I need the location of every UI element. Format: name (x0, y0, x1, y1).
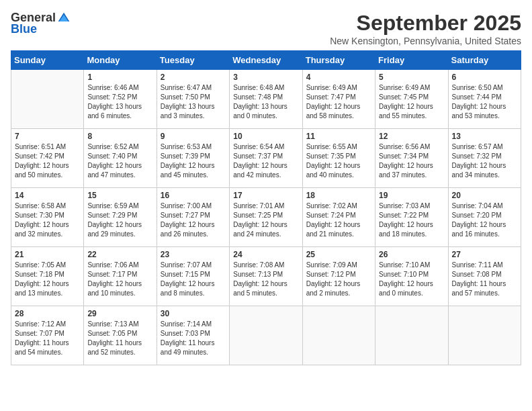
day-info: Sunrise: 7:03 AMSunset: 7:22 PMDaylight:… (379, 201, 444, 239)
header-day-monday: Monday (84, 51, 157, 70)
day-number: 28 (15, 309, 80, 318)
day-number: 11 (306, 132, 371, 141)
day-info: Sunrise: 7:04 AMSunset: 7:20 PMDaylight:… (452, 201, 517, 239)
day-number: 9 (161, 132, 226, 141)
header-day-friday: Friday (375, 51, 448, 70)
day-info: Sunrise: 7:10 AMSunset: 7:10 PMDaylight:… (379, 261, 444, 298)
day-info: Sunrise: 6:51 AMSunset: 7:42 PMDaylight:… (15, 142, 80, 180)
header-day-thursday: Thursday (302, 51, 375, 70)
day-number: 22 (87, 250, 152, 259)
day-info: Sunrise: 7:11 AMSunset: 7:08 PMDaylight:… (452, 261, 517, 298)
calendar-cell: 23Sunrise: 7:07 AMSunset: 7:15 PMDayligh… (157, 247, 229, 306)
day-number: 14 (15, 191, 80, 200)
calendar-cell: 6Sunrise: 6:50 AMSunset: 7:44 PMDaylight… (448, 70, 521, 129)
header-day-sunday: Sunday (11, 51, 84, 70)
calendar-cell: 29Sunrise: 7:13 AMSunset: 7:05 PMDayligh… (84, 306, 157, 365)
day-number: 16 (161, 191, 226, 200)
day-number: 1 (87, 73, 152, 82)
calendar-week-2: 14Sunrise: 6:58 AMSunset: 7:30 PMDayligh… (11, 188, 521, 247)
day-number: 4 (306, 73, 371, 82)
logo: General Blue (11, 11, 71, 36)
calendar-cell: 20Sunrise: 7:04 AMSunset: 7:20 PMDayligh… (448, 188, 521, 247)
day-info: Sunrise: 7:05 AMSunset: 7:18 PMDaylight:… (15, 261, 80, 298)
day-info: Sunrise: 7:06 AMSunset: 7:17 PMDaylight:… (87, 261, 152, 298)
day-info: Sunrise: 6:46 AMSunset: 7:52 PMDaylight:… (87, 83, 152, 121)
day-info: Sunrise: 6:49 AMSunset: 7:47 PMDaylight:… (306, 83, 371, 121)
day-number: 5 (379, 73, 444, 82)
calendar-cell: 26Sunrise: 7:10 AMSunset: 7:10 PMDayligh… (375, 247, 448, 306)
calendar-cell: 7Sunrise: 6:51 AMSunset: 7:42 PMDaylight… (11, 129, 84, 188)
calendar-week-1: 7Sunrise: 6:51 AMSunset: 7:42 PMDaylight… (11, 129, 521, 188)
day-info: Sunrise: 6:56 AMSunset: 7:34 PMDaylight:… (379, 142, 444, 180)
day-number: 3 (233, 73, 298, 82)
calendar-table: SundayMondayTuesdayWednesdayThursdayFrid… (11, 50, 521, 365)
day-info: Sunrise: 6:50 AMSunset: 7:44 PMDaylight:… (452, 83, 517, 121)
day-number: 15 (87, 191, 152, 200)
day-info: Sunrise: 7:08 AMSunset: 7:13 PMDaylight:… (233, 261, 298, 298)
calendar-cell: 3Sunrise: 6:48 AMSunset: 7:48 PMDaylight… (230, 70, 302, 129)
header-day-saturday: Saturday (448, 51, 521, 70)
month-title: September 2025 (330, 11, 521, 36)
day-number: 8 (87, 132, 152, 141)
day-number: 2 (161, 73, 226, 82)
title-area: September 2025 New Kensington, Pennsylva… (330, 11, 521, 46)
calendar-cell: 24Sunrise: 7:08 AMSunset: 7:13 PMDayligh… (230, 247, 302, 306)
day-info: Sunrise: 6:52 AMSunset: 7:40 PMDaylight:… (87, 142, 152, 180)
calendar-cell: 25Sunrise: 7:09 AMSunset: 7:12 PMDayligh… (302, 247, 375, 306)
calendar-cell: 30Sunrise: 7:14 AMSunset: 7:03 PMDayligh… (157, 306, 229, 365)
day-number: 10 (233, 132, 298, 141)
calendar-cell: 17Sunrise: 7:01 AMSunset: 7:25 PMDayligh… (230, 188, 302, 247)
day-info: Sunrise: 6:48 AMSunset: 7:48 PMDaylight:… (233, 83, 298, 121)
day-info: Sunrise: 6:47 AMSunset: 7:50 PMDaylight:… (161, 83, 226, 121)
day-info: Sunrise: 7:01 AMSunset: 7:25 PMDaylight:… (233, 201, 298, 239)
calendar-cell: 2Sunrise: 6:47 AMSunset: 7:50 PMDaylight… (157, 70, 229, 129)
calendar-cell: 27Sunrise: 7:11 AMSunset: 7:08 PMDayligh… (448, 247, 521, 306)
day-number: 26 (379, 250, 444, 259)
calendar-cell: 19Sunrise: 7:03 AMSunset: 7:22 PMDayligh… (375, 188, 448, 247)
day-info: Sunrise: 6:57 AMSunset: 7:32 PMDaylight:… (452, 142, 517, 180)
calendar-cell (11, 70, 84, 129)
calendar-cell: 15Sunrise: 6:59 AMSunset: 7:29 PMDayligh… (84, 188, 157, 247)
calendar-cell: 9Sunrise: 6:53 AMSunset: 7:39 PMDaylight… (157, 129, 229, 188)
day-number: 6 (452, 73, 517, 82)
calendar-week-0: 1Sunrise: 6:46 AMSunset: 7:52 PMDaylight… (11, 70, 521, 129)
header-day-wednesday: Wednesday (230, 51, 302, 70)
logo-blue: Blue (11, 22, 37, 36)
day-number: 20 (452, 191, 517, 200)
calendar-cell: 8Sunrise: 6:52 AMSunset: 7:40 PMDaylight… (84, 129, 157, 188)
day-info: Sunrise: 7:02 AMSunset: 7:24 PMDaylight:… (306, 201, 371, 239)
calendar-week-3: 21Sunrise: 7:05 AMSunset: 7:18 PMDayligh… (11, 247, 521, 306)
day-number: 30 (161, 309, 226, 318)
day-info: Sunrise: 6:59 AMSunset: 7:29 PMDaylight:… (87, 201, 152, 239)
calendar-cell (302, 306, 375, 365)
day-number: 19 (379, 191, 444, 200)
day-number: 7 (15, 132, 80, 141)
day-number: 23 (161, 250, 226, 259)
calendar-cell: 18Sunrise: 7:02 AMSunset: 7:24 PMDayligh… (302, 188, 375, 247)
day-info: Sunrise: 6:53 AMSunset: 7:39 PMDaylight:… (161, 142, 226, 180)
day-number: 18 (306, 191, 371, 200)
calendar-cell (375, 306, 448, 365)
calendar-cell: 21Sunrise: 7:05 AMSunset: 7:18 PMDayligh… (11, 247, 84, 306)
page-header: General Blue September 2025 New Kensingt… (11, 11, 521, 46)
calendar-cell: 11Sunrise: 6:55 AMSunset: 7:35 PMDayligh… (302, 129, 375, 188)
day-info: Sunrise: 6:55 AMSunset: 7:35 PMDaylight:… (306, 142, 371, 180)
day-info: Sunrise: 6:49 AMSunset: 7:45 PMDaylight:… (379, 83, 444, 121)
calendar-header-row: SundayMondayTuesdayWednesdayThursdayFrid… (11, 51, 521, 70)
day-info: Sunrise: 7:00 AMSunset: 7:27 PMDaylight:… (161, 201, 226, 239)
day-info: Sunrise: 6:54 AMSunset: 7:37 PMDaylight:… (233, 142, 298, 180)
day-info: Sunrise: 6:58 AMSunset: 7:30 PMDaylight:… (15, 201, 80, 239)
day-number: 17 (233, 191, 298, 200)
calendar-cell: 1Sunrise: 6:46 AMSunset: 7:52 PMDaylight… (84, 70, 157, 129)
day-number: 24 (233, 250, 298, 259)
calendar-cell: 22Sunrise: 7:06 AMSunset: 7:17 PMDayligh… (84, 247, 157, 306)
calendar-cell: 16Sunrise: 7:00 AMSunset: 7:27 PMDayligh… (157, 188, 229, 247)
calendar-cell: 13Sunrise: 6:57 AMSunset: 7:32 PMDayligh… (448, 129, 521, 188)
day-info: Sunrise: 7:12 AMSunset: 7:07 PMDaylight:… (15, 320, 80, 357)
calendar-week-4: 28Sunrise: 7:12 AMSunset: 7:07 PMDayligh… (11, 306, 521, 365)
calendar-cell (448, 306, 521, 365)
day-number: 27 (452, 250, 517, 259)
day-info: Sunrise: 7:07 AMSunset: 7:15 PMDaylight:… (161, 261, 226, 298)
day-number: 13 (452, 132, 517, 141)
day-number: 12 (379, 132, 444, 141)
